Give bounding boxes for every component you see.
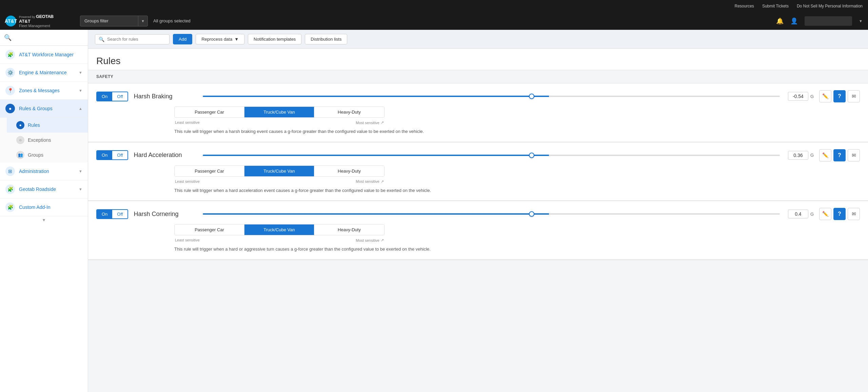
slider-thumb-harsh-cornering: [529, 211, 534, 217]
value-input-harsh-braking[interactable]: [788, 92, 808, 101]
section-header-safety: SAFETY: [88, 70, 868, 83]
page-title: Rules: [96, 56, 860, 66]
preset-heavy-duty-harsh-cornering[interactable]: Heavy-Duty: [314, 224, 384, 235]
slider-harsh-cornering[interactable]: [200, 213, 782, 215]
preset-passenger-car-harsh-braking[interactable]: Passenger Car: [175, 107, 244, 117]
sidebar-item-att-workforce[interactable]: 🧩 AT&T Workforce Manager: [0, 46, 88, 64]
least-sensitive-label-hard-acceleration: Least sensitive: [175, 179, 200, 184]
user-menu-arrow[interactable]: ▼: [859, 19, 863, 23]
reprocess-data-button[interactable]: Reprocess data ▼: [196, 34, 244, 44]
sidebar-item-engine-maintenance[interactable]: ⚙️ Engine & Maintenance ▼: [0, 64, 88, 82]
slider-thumb-hard-acceleration: [529, 153, 534, 158]
user-profile-icon[interactable]: 👤: [790, 17, 798, 25]
help-button-harsh-cornering[interactable]: ?: [833, 208, 846, 220]
rule-row-harsh-braking: On Off Harsh Braking G ✏️: [88, 83, 868, 142]
notification-bell-icon[interactable]: 🔔: [776, 17, 784, 25]
toggle-on-harsh-cornering[interactable]: On: [97, 210, 112, 218]
preset-truck-harsh-braking[interactable]: Truck/Cube Van: [244, 107, 314, 117]
add-button[interactable]: Add: [173, 34, 192, 44]
preset-passenger-car-harsh-cornering[interactable]: Passenger Car: [175, 224, 244, 235]
sidebar-icon-custom-add-in: 🧩: [5, 202, 15, 212]
submit-tickets-link[interactable]: Submit Tickets: [762, 4, 789, 8]
company-name: AT&T: [19, 19, 54, 24]
distribution-lists-button[interactable]: Distribution lists: [305, 34, 347, 44]
least-sensitive-label-harsh-cornering: Least sensitive: [175, 238, 200, 242]
sidebar-label-engine: Engine & Maintenance: [19, 70, 75, 75]
email-button-harsh-cornering[interactable]: ✉: [848, 208, 860, 220]
toggle-on-hard-acceleration[interactable]: On: [97, 151, 112, 159]
rule-name-hard-acceleration: Hard Acceleration: [134, 152, 195, 159]
sidebar-label-custom-add-in: Custom Add-In: [19, 204, 82, 210]
external-link-icon-hard-acceleration[interactable]: ↗: [381, 179, 384, 184]
sidebar-label-att-workforce: AT&T Workforce Manager: [19, 52, 82, 57]
resources-link[interactable]: Resources: [735, 4, 754, 8]
sidebar-label-rules-groups: Rules & Groups: [19, 106, 75, 111]
sidebar-scroll-down[interactable]: ▼: [0, 216, 88, 224]
sidebar-sub-item-groups[interactable]: 👥 Groups: [7, 148, 88, 162]
sidebar-item-administration[interactable]: ⊞ Administration ▼: [0, 162, 88, 180]
reprocess-chevron-icon: ▼: [234, 37, 239, 42]
notification-templates-button[interactable]: Notification templates: [248, 34, 301, 44]
sidebar-sub-item-exceptions[interactable]: ○ Exceptions: [7, 133, 88, 148]
sidebar-label-geotab-roadside: Geotab Roadside: [19, 187, 75, 192]
preset-heavy-duty-harsh-braking[interactable]: Heavy-Duty: [314, 107, 384, 117]
value-unit-harsh-braking: G: [810, 94, 814, 99]
toggle-hard-acceleration[interactable]: On Off: [96, 150, 128, 160]
external-link-icon-harsh-braking[interactable]: ↗: [381, 120, 384, 125]
preset-truck-harsh-cornering[interactable]: Truck/Cube Van: [244, 224, 314, 235]
help-button-hard-acceleration[interactable]: ?: [833, 149, 846, 161]
sidebar-chevron-rules-groups: ▲: [79, 106, 82, 111]
most-sensitive-label-harsh-cornering: Most sensitive ↗: [356, 238, 384, 242]
edit-button-harsh-braking[interactable]: ✏️: [819, 90, 831, 102]
user-menu[interactable]: [805, 16, 852, 26]
rule-actions-harsh-braking: ✏️ ? ✉: [819, 90, 860, 102]
value-input-hard-acceleration[interactable]: [788, 151, 808, 160]
toggle-off-harsh-braking[interactable]: Off: [112, 92, 127, 101]
sidebar-chevron-engine: ▼: [79, 71, 82, 75]
edit-button-hard-acceleration[interactable]: ✏️: [819, 149, 831, 161]
help-button-harsh-braking[interactable]: ?: [833, 90, 846, 102]
value-box-harsh-braking: G: [788, 92, 814, 101]
email-button-hard-acceleration[interactable]: ✉: [848, 149, 860, 161]
sidebar-icon-zones: 📍: [5, 86, 15, 95]
rule-row-hard-acceleration: On Off Hard Acceleration G ✏️: [88, 142, 868, 201]
sidebar-item-geotab-roadside[interactable]: 🧩 Geotab Roadside ▼: [0, 180, 88, 198]
rule-name-harsh-cornering: Harsh Cornering: [134, 211, 195, 218]
groups-filter-dropdown[interactable]: Groups filter ▼: [80, 16, 148, 26]
sidebar-item-zones-messages[interactable]: 📍 Zones & Messages ▼: [0, 82, 88, 100]
preset-passenger-car-hard-acceleration[interactable]: Passenger Car: [175, 166, 244, 176]
do-not-sell-link[interactable]: Do Not Sell My Personal Information: [797, 4, 863, 8]
value-input-harsh-cornering[interactable]: [788, 210, 808, 218]
toggle-harsh-braking[interactable]: On Off: [96, 92, 128, 101]
edit-button-harsh-cornering[interactable]: ✏️: [819, 208, 831, 220]
sidebar-item-custom-add-in[interactable]: 🧩 Custom Add-In: [0, 198, 88, 216]
search-input[interactable]: [107, 37, 166, 42]
toggle-off-harsh-cornering[interactable]: Off: [112, 210, 127, 218]
company-sub: Fleet Management: [19, 24, 54, 28]
search-icon: 🔍: [99, 37, 104, 42]
external-link-icon-harsh-cornering[interactable]: ↗: [381, 238, 384, 242]
preset-heavy-duty-hard-acceleration[interactable]: Heavy-Duty: [314, 166, 384, 176]
rules-body: SAFETY On Off Harsh Braking: [88, 70, 868, 260]
toggle-on-harsh-braking[interactable]: On: [97, 92, 112, 101]
sidebar-sub-item-rules[interactable]: ● Rules: [7, 118, 88, 133]
slider-harsh-braking[interactable]: [200, 96, 782, 97]
sidebar-sub-icon-rules: ●: [16, 121, 24, 129]
logo-area: AT&T Powered by GEOTAB AT&T Fleet Manage…: [0, 12, 75, 30]
sidebar-chevron-administration: ▼: [79, 169, 82, 173]
slider-track-harsh-braking: [203, 96, 780, 97]
toggle-harsh-cornering[interactable]: On Off: [96, 209, 128, 219]
toggle-off-hard-acceleration[interactable]: Off: [112, 151, 127, 159]
slider-hard-acceleration[interactable]: [200, 155, 782, 156]
sensitivity-labels-harsh-cornering: Least sensitive Most sensitive ↗: [174, 238, 384, 242]
email-button-harsh-braking[interactable]: ✉: [848, 90, 860, 102]
preset-truck-hard-acceleration[interactable]: Truck/Cube Van: [244, 166, 314, 176]
sensitivity-labels-hard-acceleration: Least sensitive Most sensitive ↗: [174, 179, 384, 184]
sidebar-item-rules-groups[interactable]: ● Rules & Groups ▲: [0, 100, 88, 118]
value-box-hard-acceleration: G: [788, 151, 814, 160]
search-box[interactable]: 🔍: [95, 34, 170, 44]
rule-description-hard-acceleration: This rule will trigger when a hard accel…: [174, 187, 860, 194]
value-unit-harsh-cornering: G: [810, 212, 814, 217]
sidebar-icon-administration: ⊞: [5, 166, 15, 176]
powered-by-text: Powered by GEOTAB: [19, 14, 54, 19]
